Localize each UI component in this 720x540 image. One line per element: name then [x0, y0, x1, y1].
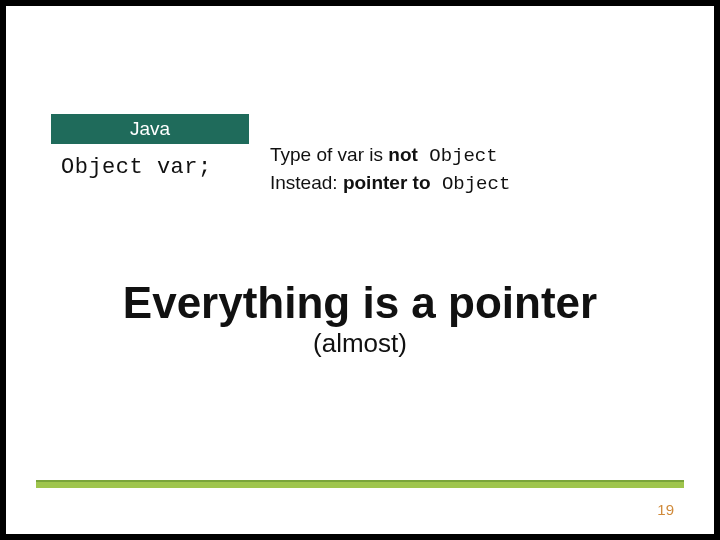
slide: Java Object var; Type of var is not Obje…: [6, 6, 714, 534]
accent-bar: [36, 480, 684, 488]
type-line1-prefix: Type of var is: [270, 144, 388, 165]
headline-sub: (almost): [6, 328, 714, 359]
code-lang-header: Java: [51, 114, 249, 144]
code-snippet: Object var;: [51, 149, 249, 186]
headline: Everything is a pointer: [6, 278, 714, 328]
type-line1-bold: not: [388, 144, 418, 165]
page-number: 19: [657, 501, 674, 518]
type-line2-prefix: Instead:: [270, 172, 343, 193]
type-line1-mono: Object: [418, 145, 498, 167]
type-description: Type of var is not Object Instead: point…: [270, 142, 690, 197]
type-line2-bold: pointer to: [343, 172, 431, 193]
type-line2-mono: Object: [431, 173, 511, 195]
